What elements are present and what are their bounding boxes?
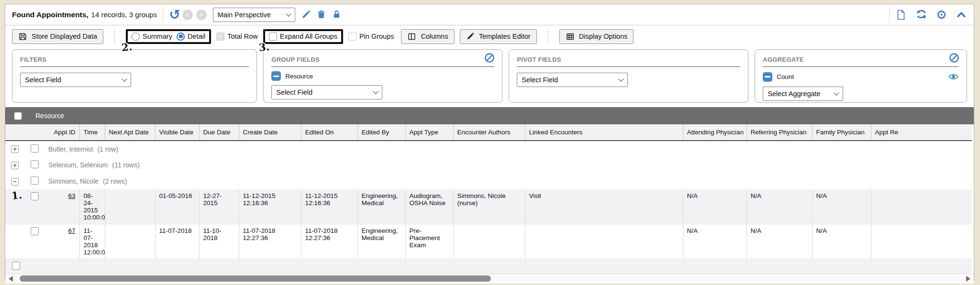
cell-referring-physician: N/A xyxy=(746,189,812,224)
panel-actions: ⚙ xyxy=(895,9,967,21)
cell-encounter-authors: Simmons, Nicole (nurse) xyxy=(453,189,525,224)
gear-icon[interactable]: ⚙ xyxy=(936,9,947,21)
scroll-left-arrow-icon[interactable] xyxy=(9,276,13,282)
summary-radio[interactable]: Summary xyxy=(132,33,172,41)
aggregate-item-label: Count xyxy=(777,73,794,80)
annotation-box-3: Expand All Groups 3. xyxy=(263,29,343,44)
visibility-eye-icon[interactable] xyxy=(948,71,959,82)
column-header-next-apt-date[interactable]: Next Apt Date xyxy=(105,124,155,141)
edit-pencil-icon[interactable] xyxy=(301,10,311,20)
remove-field-minus-icon[interactable] xyxy=(271,71,281,81)
total-row-checkbox[interactable]: Total Row xyxy=(216,33,258,41)
cell-linked-encounters xyxy=(525,224,683,259)
column-header-linked-encounters[interactable]: Linked Encounters xyxy=(525,124,683,141)
store-displayed-data-button[interactable]: Store Displayed Data xyxy=(12,29,103,44)
pencil-icon xyxy=(466,32,475,41)
expand-all-groups-checkbox[interactable]: Expand All Groups xyxy=(269,33,337,41)
collapse-chevron-up-icon[interactable] xyxy=(956,9,967,21)
chevron-down-icon xyxy=(122,76,127,81)
column-header-edited-by[interactable]: Edited By xyxy=(357,124,405,141)
remove-aggregate-minus-icon[interactable] xyxy=(763,72,772,82)
cell-appt-type: Pre-Placement Exam xyxy=(405,224,453,259)
grid-toolbar: Store Displayed Data Summary Detail 2. T… xyxy=(5,25,974,47)
refresh-icon[interactable] xyxy=(915,9,927,21)
radio-checked-icon xyxy=(177,33,185,41)
collapse-group-icon[interactable] xyxy=(11,178,19,186)
group-checkbox[interactable] xyxy=(31,160,39,168)
column-header-visible-date[interactable]: Visible Date xyxy=(155,124,199,141)
checkbox-unchecked-icon xyxy=(269,33,277,41)
group-checkbox[interactable] xyxy=(31,176,39,185)
cell-appt-re xyxy=(871,189,972,224)
column-header-appt-id[interactable]: Appt ID xyxy=(45,124,79,141)
aggregate-header: AGGREGATE xyxy=(763,54,959,67)
group-checkbox[interactable] xyxy=(31,144,39,153)
cell-due-date: 12-27-2015 xyxy=(199,189,239,224)
aggregate-item-count: Count xyxy=(763,71,959,82)
clear-groups-cancel-icon[interactable] xyxy=(484,52,495,64)
undo-icon[interactable]: ↺ xyxy=(169,8,180,22)
annotation-number-3: 3. xyxy=(258,40,270,53)
group-row-count: (1 row) xyxy=(97,145,118,153)
cell-family-physician: N/A xyxy=(812,224,871,259)
column-header-edited-on[interactable]: Edited On xyxy=(301,124,357,141)
filters-field-select[interactable]: Select Field xyxy=(20,73,131,87)
column-header-family-physician[interactable]: Family Physician xyxy=(812,124,871,141)
prev-perspective-icon[interactable]: ‹ xyxy=(182,10,193,20)
scrollbar-thumb[interactable] xyxy=(20,275,491,282)
row-checkbox[interactable] xyxy=(31,227,39,235)
column-header-attending-physician[interactable]: Attending Physician xyxy=(683,124,746,141)
perspective-actions xyxy=(301,10,342,20)
clear-aggregates-cancel-icon[interactable] xyxy=(948,52,960,64)
lock-icon[interactable] xyxy=(332,10,342,20)
group-by-bar: Resource xyxy=(5,107,974,124)
column-header-appt-type[interactable]: Appt Type xyxy=(405,124,453,141)
detail-radio[interactable]: Detail xyxy=(177,33,205,41)
cell-visible-date: 01-05-2016 xyxy=(155,189,199,224)
cell-appt-type: Audiogram, OSHA Noise xyxy=(405,189,453,224)
column-header-encounter-authors[interactable]: Encounter Authors xyxy=(453,124,525,141)
pivot-fields-title: PIVOT FIELDS xyxy=(517,56,561,63)
cell-edited-by: Engineering, Medical xyxy=(357,224,405,259)
row-checkbox[interactable] xyxy=(31,192,39,200)
cell-edited-on: 11-12-2015 12:16:36 xyxy=(301,189,357,224)
group-field-label: Resource xyxy=(285,73,313,80)
display-options-button[interactable]: Display Options xyxy=(559,29,634,44)
cell-visible-date: 11-07-2018 xyxy=(155,224,199,259)
aggregate-select[interactable]: Select Aggregate xyxy=(763,87,843,101)
filters-header: FILTERS xyxy=(20,54,249,67)
appt-id-link[interactable]: 63 xyxy=(68,192,75,199)
column-header-due-date[interactable]: Due Date xyxy=(199,124,239,141)
expand-group-icon[interactable] xyxy=(11,145,19,153)
column-header-referring-physician[interactable]: Referring Physician xyxy=(746,124,812,141)
column-header-appt-re[interactable]: Appt Re xyxy=(871,124,972,141)
cell-edited-on: 11-07-2018 12:27:36 xyxy=(301,224,357,259)
select-all-checkbox[interactable] xyxy=(14,112,22,120)
horizontal-scrollbar[interactable] xyxy=(5,274,974,284)
group-field-select[interactable]: Select Field xyxy=(271,85,382,99)
templates-editor-button[interactable]: Templates Editor xyxy=(460,29,537,44)
annotation-number-2: 2. xyxy=(121,40,133,53)
group-name: Butler, Internist xyxy=(48,145,93,153)
cell-time: 11-07-2018 12:00:00 xyxy=(79,224,105,259)
columns-button[interactable]: Columns xyxy=(401,29,454,44)
table-grid-icon xyxy=(566,32,575,41)
pivot-field-select[interactable]: Select Field xyxy=(517,73,628,87)
record-summary: 14 records, 3 groups xyxy=(91,11,157,19)
new-document-icon[interactable] xyxy=(895,9,907,21)
perspective-select[interactable]: Main Perspective xyxy=(213,8,295,22)
footer-checkbox[interactable] xyxy=(12,262,20,270)
appt-id-link[interactable]: 67 xyxy=(68,227,75,234)
chevron-down-icon xyxy=(619,76,624,81)
cell-next-apt-date xyxy=(105,189,155,224)
divider xyxy=(163,8,163,22)
expand-group-icon[interactable] xyxy=(11,162,19,169)
chevron-down-icon xyxy=(286,11,291,16)
scroll-right-arrow-icon[interactable] xyxy=(966,276,970,282)
trash-icon[interactable] xyxy=(316,10,326,20)
annotation-number-1: 1. xyxy=(11,189,22,202)
column-header-create-date[interactable]: Create Date xyxy=(239,124,301,141)
next-perspective-icon[interactable]: › xyxy=(196,10,207,20)
column-header-time[interactable]: Time xyxy=(79,124,105,141)
pin-groups-checkbox[interactable]: Pin Groups xyxy=(348,33,394,41)
